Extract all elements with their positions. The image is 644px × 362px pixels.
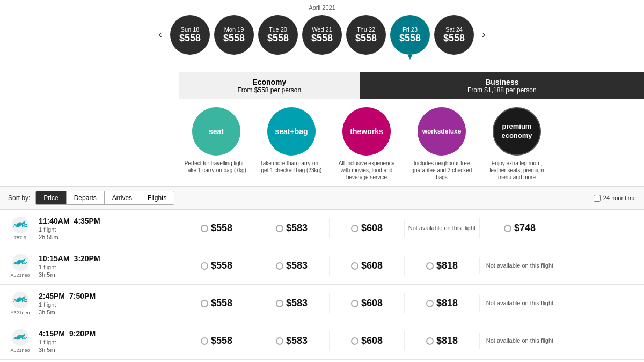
seat-fare-option[interactable]: $558	[201, 298, 232, 309]
premium-fare-cell: $748	[479, 218, 560, 238]
flight-info: AIR NZ A321neo 4:15PM 9:20PM 1 flight 3h…	[0, 323, 179, 358]
flight-info: AIR NZ 787-9 11:40AM 4:35PM 1 flight 2h …	[0, 211, 179, 246]
worksdeluxe-fare-option[interactable]: $818	[426, 298, 458, 309]
theworks-fare-cell: $608	[329, 256, 404, 276]
worksdeluxe-fare-option[interactable]: $818	[426, 260, 458, 271]
airline-logo: AIR NZ A321neo	[8, 329, 32, 353]
premium-fare-cell: Not available on this flight	[479, 295, 560, 312]
seat-price: $558	[211, 335, 232, 346]
economy-cabin-header: Economy From $558 per person	[179, 72, 360, 99]
seatbag-fare-option[interactable]: $583	[276, 298, 308, 309]
sort-tab-price[interactable]: Price	[36, 191, 66, 204]
premium-not-available: Not available on this flight	[486, 299, 553, 307]
fare-desc-premium: Enjoy extra leg room, leather seats, pre…	[482, 160, 552, 181]
theworks-fare-option[interactable]: $608	[351, 335, 383, 346]
theworks-fare-option[interactable]: $608	[351, 260, 383, 271]
flight-info: AIR NZ A321neo 2:45PM 7:50PM 1 flight 3h…	[0, 286, 179, 321]
hour-toggle: 24 hour time	[594, 195, 636, 202]
depart-time: 10:15AM	[39, 254, 70, 263]
airline-logo: AIR NZ A321neo	[8, 254, 32, 278]
flight-times: 4:15PM 9:20PM 1 flight 3h 5m	[39, 329, 96, 353]
seatbag-radio[interactable]	[276, 225, 283, 232]
depart-time: 11:40AM	[39, 217, 70, 225]
seat-fare-option[interactable]: $558	[201, 335, 232, 346]
worksdeluxe-radio[interactable]	[426, 337, 434, 345]
next-date-button[interactable]: ›	[474, 28, 494, 40]
seatbag-fare-cell: $583	[254, 218, 329, 238]
theworks-radio[interactable]	[351, 225, 358, 232]
fare-circle-item-seatbag: seat+bagTake more than carry-on – get 1 …	[254, 107, 329, 174]
theworks-radio[interactable]	[351, 262, 358, 270]
seatbag-radio[interactable]	[276, 262, 283, 270]
date-pills: Sun 18$558Mon 19$558Tue 20$558Wed 21$558…	[170, 15, 474, 55]
flight-stops: 1 flight	[39, 264, 100, 270]
date-day: Fri 23	[402, 26, 418, 33]
theworks-fare-cell: $608	[329, 293, 404, 313]
seatbag-fare-option[interactable]: $583	[276, 260, 308, 271]
fare-circle-seat: seat	[192, 107, 240, 156]
arrive-time: 9:20PM	[69, 329, 96, 338]
theworks-price: $608	[361, 298, 383, 309]
sort-tab-departs[interactable]: Departs	[67, 191, 105, 204]
arrive-time: 3:20PM	[74, 254, 100, 263]
seat-fare-cell: $558	[179, 218, 254, 238]
date-price: $558	[443, 33, 465, 44]
theworks-fare-option[interactable]: $608	[351, 223, 383, 234]
sort-tab-flights[interactable]: Flights	[140, 191, 174, 204]
seatbag-fare-cell: $583	[254, 331, 329, 351]
date-day: Tue 20	[269, 26, 287, 33]
flight-duration: 3h 5m	[39, 271, 100, 278]
premium-radio[interactable]	[504, 225, 511, 232]
seat-radio[interactable]	[201, 225, 208, 232]
seat-radio[interactable]	[201, 337, 208, 345]
flight-row: AIR NZ 787-9 11:40AM 4:35PM 1 flight 2h …	[0, 210, 644, 247]
date-pill-sat24[interactable]: Sat 24$558	[434, 15, 474, 55]
flight-stops: 1 flight	[39, 301, 96, 308]
flight-row: AIR NZ A321neo 7:00PM 12:05AM Sat 24 1 f…	[0, 360, 644, 362]
seatbag-fare-option[interactable]: $583	[276, 335, 308, 346]
seat-fare-option[interactable]: $558	[201, 260, 232, 271]
date-pill-sun18[interactable]: Sun 18$558	[170, 15, 210, 55]
premium-fare-option[interactable]: $748	[504, 223, 536, 234]
date-day: Sun 18	[181, 26, 200, 33]
airline-logo: AIR NZ A321neo	[8, 291, 32, 315]
fare-circle-item-worksdeluxe: worksdeluxeIncludes neighbour free guara…	[404, 107, 479, 181]
date-pill-mon19[interactable]: Mon 19$558	[214, 15, 254, 55]
seatbag-price: $583	[286, 260, 308, 271]
date-day: Mon 19	[224, 26, 244, 33]
business-cabin-header: Business From $1,188 per person	[360, 72, 644, 99]
date-pill-wed21[interactable]: Wed 21$558	[302, 15, 342, 55]
prev-date-button[interactable]: ‹	[150, 28, 170, 40]
seatbag-fare-option[interactable]: $583	[276, 223, 308, 234]
seat-radio[interactable]	[201, 300, 208, 307]
date-pill-tue20[interactable]: Tue 20$558	[258, 15, 298, 55]
worksdeluxe-fare-option[interactable]: $818	[426, 335, 458, 346]
theworks-radio[interactable]	[351, 300, 358, 307]
fare-circle-worksdeluxe: worksdeluxe	[418, 107, 466, 156]
hour-toggle-label: 24 hour time	[603, 195, 636, 201]
date-price: $558	[223, 33, 245, 44]
date-price: $558	[355, 33, 377, 44]
seat-radio[interactable]	[201, 262, 208, 270]
seat-fare-option[interactable]: $558	[201, 223, 232, 234]
date-pill-fri23[interactable]: Fri 23$558	[390, 15, 430, 55]
theworks-fare-option[interactable]: $608	[351, 298, 383, 309]
worksdeluxe-radio[interactable]	[426, 262, 434, 270]
seatbag-radio[interactable]	[276, 337, 283, 345]
business-name: Business	[360, 78, 644, 86]
worksdeluxe-radio[interactable]	[426, 300, 434, 307]
hour-toggle-checkbox[interactable]	[594, 195, 601, 202]
fare-circle-item-theworks: theworksAll-inclusive experience with mo…	[329, 107, 404, 181]
seatbag-price: $583	[286, 298, 308, 309]
seatbag-radio[interactable]	[276, 300, 283, 307]
fare-desc-seat: Perfect for travelling light – take 1 ca…	[181, 160, 251, 174]
seat-price: $558	[211, 298, 232, 309]
economy-name: Economy	[179, 78, 360, 86]
theworks-price: $608	[361, 335, 383, 346]
theworks-radio[interactable]	[351, 337, 358, 345]
date-price: $558	[179, 33, 201, 44]
theworks-price: $608	[361, 260, 383, 271]
sort-tab-arrives[interactable]: Arrives	[105, 191, 140, 204]
date-pill-thu22[interactable]: Thu 22$558	[346, 15, 386, 55]
seatbag-fare-cell: $583	[254, 293, 329, 313]
